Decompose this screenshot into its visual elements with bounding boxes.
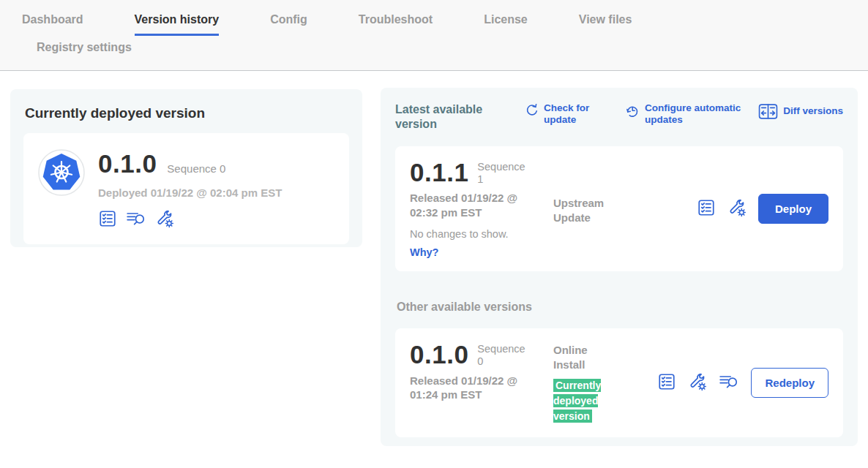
- currently-deployed-badge: Currently deployed version: [553, 379, 601, 423]
- other-version-source-col: Online Install Currently deployed versio…: [553, 341, 615, 424]
- nav-row-2: Registry settings: [0, 36, 868, 54]
- deploy-button[interactable]: Deploy: [758, 194, 828, 224]
- tab-license[interactable]: License: [484, 13, 528, 34]
- edit-config-icon[interactable]: [688, 372, 707, 394]
- kubernetes-logo-icon: [38, 149, 85, 228]
- latest-version-actions: Deploy: [697, 159, 828, 258]
- latest-version-info: 0.1.1 Sequence 1 Released 01/19/22 @ 02:…: [410, 159, 553, 258]
- edit-config-icon[interactable]: [727, 198, 747, 220]
- preflight-checks-icon[interactable]: [98, 209, 117, 228]
- preflight-checks-icon[interactable]: [657, 372, 676, 394]
- diff-icon: [758, 103, 778, 120]
- refresh-icon: [524, 103, 539, 118]
- available-versions-header: Latest available version Check for updat…: [395, 102, 843, 132]
- tab-dashboard[interactable]: Dashboard: [22, 13, 83, 34]
- tab-version-history[interactable]: Version history: [135, 13, 220, 36]
- latest-sequence-label: Sequence 1: [477, 159, 528, 185]
- schedule-icon: [625, 103, 640, 118]
- why-link[interactable]: Why?: [410, 246, 553, 258]
- latest-released-timestamp: Released 01/19/22 @ 02:32 pm EST: [410, 191, 542, 219]
- other-released-timestamp: Released 01/19/22 @ 01:24 pm EST: [410, 374, 542, 402]
- diff-versions-link[interactable]: Diff versions: [758, 102, 843, 120]
- other-version-actions: Redeploy: [657, 341, 828, 424]
- tab-config[interactable]: Config: [270, 13, 307, 34]
- check-for-update-link[interactable]: Check for update: [524, 102, 606, 126]
- latest-version-card: 0.1.1 Sequence 1 Released 01/19/22 @ 02:…: [395, 146, 843, 271]
- no-changes-text: No changes to show.: [410, 228, 553, 240]
- other-version-number: 0.1.0: [410, 341, 468, 367]
- deployed-version-info: 0.1.0 Sequence 0 Deployed 01/19/22 @ 02:…: [98, 149, 282, 228]
- other-version-info: 0.1.0 Sequence 0 Released 01/19/22 @ 01:…: [410, 341, 553, 424]
- check-for-update-label: Check for update: [544, 102, 606, 126]
- deploy-logs-icon[interactable]: [719, 372, 739, 394]
- deployed-timestamp: Deployed 01/19/22 @ 02:04 pm EST: [98, 186, 282, 199]
- latest-version-number: 0.1.1: [410, 159, 468, 185]
- redeploy-button[interactable]: Redeploy: [751, 368, 828, 398]
- edit-config-icon[interactable]: [155, 209, 174, 228]
- tab-troubleshoot[interactable]: Troubleshoot: [359, 13, 433, 34]
- other-sequence-label: Sequence 0: [477, 341, 528, 367]
- deployed-version-number: 0.1.0: [98, 151, 157, 176]
- latest-available-title: Latest available version: [395, 102, 506, 132]
- diff-versions-label: Diff versions: [783, 105, 843, 117]
- currently-deployed-panel: Currently deployed version: [10, 89, 362, 247]
- available-versions-panel: Latest available version Check for updat…: [381, 88, 858, 446]
- configure-automatic-updates-label: Configure automatic updates: [645, 102, 751, 126]
- latest-version-source: Upstream Update: [553, 159, 626, 258]
- currently-deployed-badge-wrap: Currently deployed version: [553, 378, 606, 424]
- configure-automatic-updates-link[interactable]: Configure automatic updates: [625, 102, 751, 126]
- top-navigation: Dashboard Version history Config Trouble…: [0, 0, 868, 71]
- currently-deployed-title: Currently deployed version: [25, 105, 349, 121]
- nav-row-1: Dashboard Version history Config Trouble…: [0, 0, 868, 36]
- deployed-sequence-label: Sequence 0: [167, 162, 225, 175]
- deploy-logs-icon[interactable]: [126, 209, 146, 228]
- other-version-source: Online Install: [553, 343, 615, 371]
- tab-registry-settings[interactable]: Registry settings: [37, 41, 132, 61]
- preflight-checks-icon[interactable]: [697, 198, 716, 220]
- tab-view-files[interactable]: View files: [579, 13, 632, 34]
- other-version-card: 0.1.0 Sequence 0 Released 01/19/22 @ 01:…: [395, 328, 843, 437]
- other-available-versions-heading: Other available versions: [397, 301, 843, 314]
- deployed-version-card: 0.1.0 Sequence 0 Deployed 01/19/22 @ 02:…: [23, 133, 349, 244]
